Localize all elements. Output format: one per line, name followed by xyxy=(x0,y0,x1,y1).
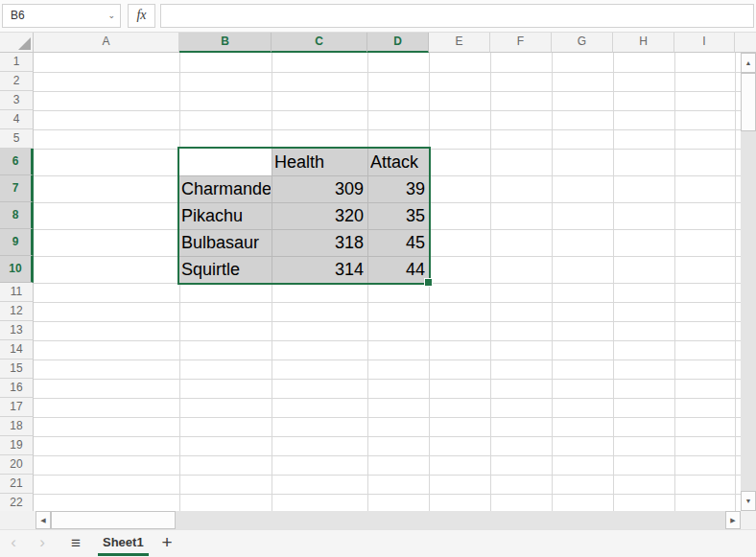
sheet-menu-button[interactable]: ≡ xyxy=(63,530,88,557)
row-header-4[interactable]: 4 xyxy=(0,110,34,129)
cell-D10-attack[interactable]: 44 xyxy=(368,256,425,283)
prev-sheet-icon: ‹ xyxy=(11,533,16,551)
column-header-h[interactable]: H xyxy=(613,33,674,53)
formula-input[interactable] xyxy=(161,5,753,27)
h-scrollbar-left-gap xyxy=(0,511,35,529)
row-header-6[interactable]: 6 xyxy=(0,149,34,175)
scroll-down-button[interactable]: ▼ xyxy=(741,491,756,511)
cell-B9-name[interactable]: Bulbasaur xyxy=(181,229,271,256)
vertical-scrollbar-thumb[interactable] xyxy=(741,73,756,131)
horizontal-scrollbar-track[interactable] xyxy=(176,511,725,529)
formula-bar-field xyxy=(160,4,754,28)
row-header-11[interactable]: 11 xyxy=(0,283,34,302)
scroll-left-icon: ◀ xyxy=(40,517,45,523)
scroll-left-button[interactable]: ◀ xyxy=(35,511,51,529)
cell-D6-attack-header[interactable]: Attack xyxy=(370,149,427,175)
row-header-9[interactable]: 9 xyxy=(0,229,34,256)
formula-bar: B6 ⌄ fx xyxy=(0,0,756,33)
fx-icon: fx xyxy=(136,8,146,22)
cell-D9-attack[interactable]: 45 xyxy=(368,229,425,256)
column-header-a[interactable]: A xyxy=(34,33,179,53)
scroll-up-icon: ▲ xyxy=(745,59,752,66)
row-header-17[interactable]: 17 xyxy=(0,398,34,417)
row-header-10[interactable]: 10 xyxy=(0,256,34,283)
column-header-c[interactable]: C xyxy=(272,33,367,53)
scroll-down-icon: ▼ xyxy=(745,498,752,504)
row-header-12[interactable]: 12 xyxy=(0,302,34,321)
cell-B8-name[interactable]: Pikachu xyxy=(181,202,271,229)
column-header-g[interactable]: G xyxy=(552,33,613,53)
cell-D7-attack[interactable]: 39 xyxy=(368,175,425,202)
column-header-f[interactable]: F xyxy=(490,33,552,53)
column-header-e[interactable]: E xyxy=(429,33,490,53)
sheet-menu-icon: ≡ xyxy=(71,534,81,552)
column-header-b[interactable]: B xyxy=(179,33,272,53)
cell-C9-health[interactable]: 318 xyxy=(272,229,364,256)
name-box[interactable]: B6 ⌄ xyxy=(2,4,121,28)
row-header-14[interactable]: 14 xyxy=(0,340,34,360)
column-header-d[interactable]: D xyxy=(367,33,429,53)
spreadsheet-window: B6 ⌄ fx A B C D E F G H I 1 2 3 4 5 6 7 … xyxy=(0,0,756,557)
row-header-13[interactable]: 13 xyxy=(0,321,34,340)
row-header-22[interactable]: 22 xyxy=(0,494,34,511)
scroll-right-button[interactable]: ▶ xyxy=(725,511,741,529)
row-header-15[interactable]: 15 xyxy=(0,360,34,379)
row-header-1[interactable]: 1 xyxy=(0,53,34,72)
cell-C6-health-header[interactable]: Health xyxy=(274,149,365,175)
insert-function-button[interactable]: fx xyxy=(128,4,155,28)
row-header-16[interactable]: 16 xyxy=(0,379,34,398)
prev-sheet-button[interactable]: ‹ xyxy=(6,530,21,557)
add-sheet-icon: + xyxy=(161,532,172,552)
select-all-button[interactable] xyxy=(0,33,34,53)
select-all-icon xyxy=(18,37,31,50)
name-box-dropdown-icon[interactable]: ⌄ xyxy=(107,5,115,27)
cell-B10-name[interactable]: Squirtle xyxy=(181,256,271,283)
scroll-right-icon: ▶ xyxy=(730,517,735,523)
cell-B7-name[interactable]: Charmander xyxy=(181,175,271,202)
sheet-tab-bar: ‹ › ≡ Sheet1 + xyxy=(0,529,756,557)
scroll-up-button[interactable]: ▲ xyxy=(741,53,756,73)
row-header-21[interactable]: 21 xyxy=(0,475,34,494)
horizontal-scrollbar-thumb[interactable] xyxy=(51,511,176,529)
column-header-filler xyxy=(735,33,756,53)
row-header-8[interactable]: 8 xyxy=(0,202,34,229)
cell-D8-attack[interactable]: 35 xyxy=(368,202,425,229)
active-cell[interactable] xyxy=(179,149,272,175)
add-sheet-button[interactable]: + xyxy=(155,530,178,557)
next-sheet-icon: › xyxy=(39,533,45,551)
row-header-19[interactable]: 19 xyxy=(0,436,34,455)
column-header-i[interactable]: I xyxy=(674,33,735,53)
cell-C10-health[interactable]: 314 xyxy=(272,256,364,283)
next-sheet-button[interactable]: › xyxy=(35,530,50,557)
row-header-2[interactable]: 2 xyxy=(0,72,34,91)
row-header-3[interactable]: 3 xyxy=(0,91,34,110)
fill-handle[interactable] xyxy=(424,278,433,287)
scrollbar-corner xyxy=(741,511,756,529)
cell-C7-health[interactable]: 309 xyxy=(272,175,364,202)
row-header-18[interactable]: 18 xyxy=(0,417,34,436)
row-header-7[interactable]: 7 xyxy=(0,175,34,202)
vertical-scrollbar-track[interactable] xyxy=(741,131,756,491)
cell-C8-health[interactable]: 320 xyxy=(272,202,364,229)
row-header-20[interactable]: 20 xyxy=(0,455,34,475)
sheet-tab-sheet1[interactable]: Sheet1 xyxy=(98,530,149,556)
row-header-5[interactable]: 5 xyxy=(0,129,34,149)
name-box-value: B6 xyxy=(11,9,25,22)
